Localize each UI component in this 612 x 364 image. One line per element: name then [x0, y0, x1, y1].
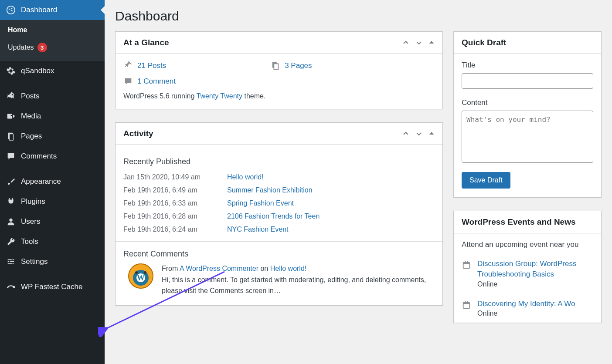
panel-move-down-icon[interactable] [415, 39, 422, 46]
sidebar-label: Media [21, 112, 41, 121]
event-link[interactable]: Discussion Group: WordPress Troubleshoot… [477, 260, 576, 278]
sidebar-label: Dashboard [21, 6, 57, 14]
panel-activity: Activity Recently Published Jan 15th 202… [115, 122, 443, 306]
sidebar-label: Comments [21, 152, 57, 161]
comment-item: W From A WordPress Commenter on Hello wo… [123, 263, 435, 297]
recent-comments-heading: Recent Comments [123, 249, 435, 263]
activity-post-link[interactable]: 2106 Fashion Trends for Teen [227, 212, 320, 220]
activity-post-row: Feb 19th 2016, 6:24 amNYC Fashion Event [123, 223, 435, 236]
svg-rect-24 [467, 301, 468, 303]
sidebar-label: Tools [21, 237, 38, 246]
sidebar-label: qSandbox [21, 67, 54, 75]
svg-rect-20 [467, 261, 468, 263]
event-item: Discussion Group: WordPress Troubleshoot… [454, 253, 601, 293]
sidebar-label: Plugins [21, 197, 45, 206]
plug-icon [6, 197, 16, 206]
sidebar-label: WP Fastest Cache [21, 283, 82, 291]
activity-post-link[interactable]: Hello world! [227, 173, 264, 181]
svg-rect-22 [463, 302, 470, 304]
sidebar-item-media[interactable]: Media [0, 106, 105, 126]
svg-point-15 [135, 271, 138, 274]
svg-point-2 [11, 8, 12, 9]
wrench-icon [6, 237, 16, 246]
updates-badge: 3 [37, 43, 47, 52]
sliders-icon [6, 257, 16, 266]
sidebar-item-appearance[interactable]: Appearance [0, 172, 105, 192]
sidebar-item-settings[interactable]: Settings [0, 252, 105, 272]
event-location: Online [477, 280, 593, 288]
activity-post-row: Feb 19th 2016, 6:28 am2106 Fashion Trend… [123, 210, 435, 223]
sidebar-item-pages[interactable]: Pages [0, 126, 105, 146]
activity-post-row: Feb 19th 2016, 6:49 amSummer Fashion Exh… [123, 184, 435, 197]
svg-rect-18 [463, 263, 470, 264]
sidebar-sub-updates[interactable]: Updates 3 [0, 38, 105, 57]
panel-title: At a Glance [123, 38, 169, 47]
dashboard-icon [6, 5, 16, 15]
sidebar-label: Settings [21, 257, 48, 266]
sidebar-item-wp-fastest-cache[interactable]: WP Fastest Cache [0, 277, 105, 297]
panel-move-down-icon[interactable] [415, 130, 422, 137]
panel-title: Quick Draft [462, 38, 506, 47]
panel-title: Activity [123, 129, 153, 138]
sidebar-item-posts[interactable]: Posts [0, 86, 105, 106]
draft-content-textarea[interactable] [462, 111, 593, 163]
theme-link[interactable]: Twenty Twenty [197, 92, 243, 100]
calendar-icon [462, 300, 471, 310]
wp-version-text: WordPress 5.6 running Twenty Twenty them… [123, 92, 435, 100]
sidebar-sub-home[interactable]: Home [0, 22, 105, 38]
panel-move-up-icon[interactable] [402, 39, 409, 46]
panel-title: WordPress Events and News [462, 217, 576, 227]
svg-text:W: W [137, 273, 145, 282]
main-content: Dashboard At a Glance 21 [105, 0, 612, 364]
activity-post-link[interactable]: Summer Fashion Exhibition [227, 186, 313, 194]
activity-post-link[interactable]: NYC Fashion Event [227, 226, 289, 233]
sidebar-item-comments[interactable]: Comments [0, 146, 105, 166]
sidebar-item-users[interactable]: Users [0, 212, 105, 232]
sidebar-label: Pages [21, 132, 42, 141]
glance-pages-link[interactable]: 3 Pages [271, 61, 312, 71]
sidebar-item-tools[interactable]: Tools [0, 232, 105, 252]
panel-quick-draft: Quick Draft Title Content Save Draft [453, 31, 602, 198]
svg-point-1 [9, 9, 10, 10]
sidebar-label: Appearance [21, 177, 61, 186]
panel-events: WordPress Events and News Attend an upco… [453, 211, 602, 323]
media-icon [6, 111, 16, 121]
svg-point-16 [144, 271, 146, 274]
sidebar-item-plugins[interactable]: Plugins [0, 192, 105, 212]
panel-toggle-icon[interactable] [428, 130, 435, 137]
page-icon [6, 131, 16, 141]
page-icon [271, 61, 280, 71]
event-item: Discovering My Identity: A Wo Online [454, 293, 601, 323]
svg-rect-4 [7, 114, 12, 119]
save-draft-button[interactable]: Save Draft [462, 172, 510, 189]
panel-move-up-icon[interactable] [402, 130, 409, 137]
activity-post-row: Jan 15th 2020, 10:49 amHello world! [123, 171, 435, 184]
comment-post-link[interactable]: Hello world! [270, 265, 307, 272]
svg-point-5 [11, 115, 12, 116]
draft-title-input[interactable] [462, 73, 593, 89]
sidebar-item-dashboard[interactable]: Dashboard [0, 0, 105, 20]
svg-point-9 [13, 286, 14, 286]
panel-toggle-icon[interactable] [428, 39, 435, 46]
recently-published-heading: Recently Published [123, 152, 435, 171]
event-link[interactable]: Discovering My Identity: A Wo [477, 300, 575, 308]
comment-author-link[interactable]: A WordPress Commenter [180, 265, 258, 272]
pin-icon [123, 61, 133, 71]
comment-body: From A WordPress Commenter on Hello worl… [162, 263, 435, 297]
title-label: Title [462, 61, 593, 70]
event-location: Online [477, 310, 575, 317]
content-label: Content [462, 98, 593, 107]
comment-icon [6, 152, 16, 161]
avatar: W [128, 263, 154, 289]
sidebar-item-qsandbox[interactable]: qSandbox [0, 61, 105, 81]
comment-icon [123, 77, 133, 86]
sidebar-submenu-dashboard: Home Updates 3 [0, 20, 105, 61]
glance-comments-link[interactable]: 1 Comment [123, 77, 176, 86]
activity-post-link[interactable]: Spring Fashion Event [227, 199, 294, 207]
pin-icon [6, 91, 16, 101]
cheetah-icon [6, 282, 16, 292]
calendar-icon [462, 260, 471, 270]
admin-sidebar: Dashboard Home Updates 3 qSandbox Posts … [0, 0, 105, 364]
glance-posts-link[interactable]: 21 Posts [123, 61, 166, 71]
page-title: Dashboard [115, 9, 602, 24]
